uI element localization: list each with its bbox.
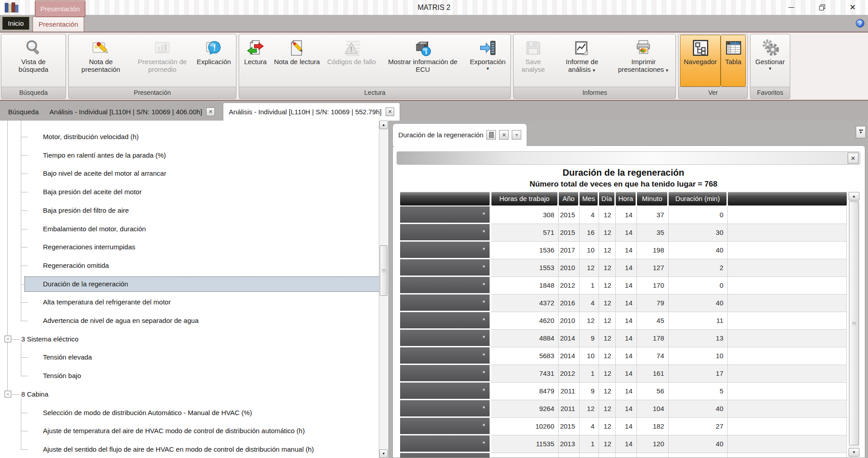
table-row[interactable]: *488420149121417813 — [400, 330, 847, 347]
table-cell: 2014 — [559, 347, 580, 365]
tree-item[interactable]: Bajo nivel de aceite del motor al arranc… — [43, 169, 166, 178]
ribbon-group-ver: NavegadorTablaVer — [678, 34, 747, 99]
row-header-cell: * — [400, 242, 490, 258]
lectura-button[interactable]: Lectura — [241, 35, 270, 87]
table-row[interactable]: *8479201191214565 — [400, 383, 847, 400]
scroll-up-button[interactable]: ▲ — [849, 192, 859, 201]
tree-scrollbar[interactable]: ▲ ▼ — [379, 121, 388, 458]
tab-presentacion[interactable]: Presentación — [33, 16, 84, 32]
table-row[interactable]: *1536201710121419840 — [400, 242, 847, 259]
save-analyse-button[interactable]: Save analyse — [515, 35, 551, 87]
table-row[interactable]: *568320141012147410 — [400, 347, 847, 365]
tree-item[interactable]: Tensión elevada — [43, 353, 92, 362]
presentacion-de-promedio-button[interactable]: Presentación de promedio — [132, 35, 193, 87]
table-row[interactable]: *1026020154121418227 — [400, 418, 847, 435]
ribbon: Vista de búsquedaBúsquedaNota de present… — [0, 32, 868, 101]
tabla-button[interactable]: Tabla — [721, 35, 746, 87]
tree-item[interactable]: Advertencia de nivel de agua en separado… — [43, 316, 198, 325]
tree-item[interactable]: Tiempo en ralentí antes de la parada (%) — [43, 151, 166, 160]
nota-de-presentacion-button[interactable]: Nota de presentación — [70, 35, 132, 87]
tree-item[interactable]: Ajuste de temperatura del aire de HVAC m… — [43, 426, 305, 435]
close-presentation-button[interactable]: ✕ — [499, 130, 509, 140]
tab-inicio[interactable]: Inicio — [2, 16, 30, 30]
navegador-button[interactable]: Navegador — [680, 35, 720, 87]
scroll-up-button[interactable]: ▲ — [379, 121, 388, 129]
chevron-down-icon: ▼ — [859, 131, 863, 135]
nota-de-lectura-button[interactable]: Nota de lectura — [270, 35, 324, 87]
scrollbar-thumb[interactable] — [380, 245, 387, 296]
close-tab-icon[interactable]: ✕ — [386, 107, 394, 116]
tree-expander-icon[interactable]: − — [5, 391, 11, 397]
tree-expander-icon[interactable]: − — [5, 336, 11, 342]
table-cell: 12 — [580, 312, 599, 330]
scrollbar-thumb[interactable] — [849, 201, 859, 445]
table-cell: 12 — [599, 294, 616, 312]
help-icon[interactable]: ? — [856, 19, 864, 28]
document-tab-analisis-individ[interactable]: Análisis - Individual [L110H | S/N: 1006… — [44, 103, 221, 121]
tree-item[interactable]: Regeneraciones interrumpidas — [43, 243, 135, 252]
panel-close-button[interactable]: ✕ — [848, 153, 859, 164]
ribbon-button-label: Imprimir presentaciones ▼ — [616, 58, 670, 74]
panel-menu-button[interactable]: ▼ — [856, 126, 866, 138]
row-header-cell: * — [400, 277, 490, 293]
table-row[interactable]: *308201541214370 — [400, 206, 847, 224]
table-row[interactable]: *462020101212144511 — [400, 312, 847, 330]
tree-item[interactable]: Motor, distribución velocidad (h) — [43, 132, 139, 141]
document-tab-analisis-individ[interactable]: Análisis - Individual [L110H | S/N: 1006… — [223, 103, 400, 121]
table-cell — [728, 365, 847, 383]
tree-item[interactable]: Baja presión del aceite del motor — [43, 187, 142, 196]
ribbon-tab-row: Inicio Presentación ? — [0, 15, 868, 32]
tree-connector-line — [21, 343, 21, 376]
tree-item[interactable]: Regeneración omitida — [43, 261, 109, 270]
tree-item[interactable]: Alta temperatura del refrigerante del mo… — [43, 298, 171, 307]
table-row[interactable]: *1153520131121412040 — [400, 435, 847, 453]
table-cell: 16 — [580, 224, 599, 242]
table-scrollbar[interactable]: ▲ ▼ — [849, 192, 859, 457]
table-row[interactable]: *43722016412147940 — [400, 294, 847, 312]
table-cell: 12 — [599, 206, 616, 224]
tree-item[interactable]: Baja presión del filtro de aire — [43, 206, 129, 215]
table-cell: 0 — [669, 206, 728, 224]
restore-button[interactable] — [807, 0, 837, 15]
explicacion-button[interactable]: !Explicación — [193, 35, 235, 87]
column-header-duracion-min: Duración (min) — [669, 192, 726, 206]
vista-de-busqueda-button[interactable]: Vista de búsqueda — [3, 35, 64, 87]
tree-item[interactable]: 8 Cabina — [21, 390, 48, 399]
tree-connector-tick — [21, 229, 28, 229]
minimize-button[interactable] — [776, 0, 807, 15]
table-cell: 56 — [637, 383, 669, 400]
ribbon-button-label: Tabla — [725, 58, 741, 66]
table-row[interactable]: *57120151612143530 — [400, 224, 847, 242]
tree-item[interactable]: Ajuste del sentido del flujo de aire de … — [43, 445, 314, 454]
scroll-down-button[interactable]: ▼ — [379, 449, 388, 458]
close-tab-icon[interactable]: ✕ — [206, 107, 215, 116]
table-cell: 8479 — [491, 383, 559, 400]
add-presentation-button[interactable]: + — [512, 130, 521, 140]
table-row[interactable]: *743120121121416117 — [400, 365, 847, 383]
tree-item[interactable]: Tensión bajo — [43, 371, 81, 380]
mostrar-informacion-de-ecu-button[interactable]: ECUiMostrar información de ECU — [379, 35, 466, 87]
ribbon-group-lectura: LecturaNota de lectura100110001001010100… — [239, 34, 511, 99]
table-row[interactable]: *18482012112141700 — [400, 277, 847, 294]
table-row[interactable]: *155320101212141272 — [400, 259, 847, 277]
table-row[interactable]: *9264201112121410440 — [400, 400, 847, 418]
table-cell: 14 — [616, 418, 637, 435]
tree-item[interactable]: Embalamiento del motor, duración — [43, 224, 146, 234]
gestionar-button[interactable]: Gestionar▼ — [752, 35, 788, 87]
imprimir-presentaciones-button[interactable]: Imprimir presentaciones ▼ — [613, 35, 674, 87]
tree-item[interactable]: 3 Sistema eléctrico — [21, 335, 79, 344]
table-cell: 12 — [599, 330, 616, 347]
informe-de-analisis-button[interactable]: Informe de análisis ▼ — [551, 35, 613, 87]
scroll-down-button[interactable]: ▼ — [849, 448, 859, 457]
panel-header-bar — [396, 151, 860, 165]
dropdown-arrow-icon: ▼ — [664, 68, 669, 73]
tree-item[interactable]: Selección de modo de distribución Automá… — [43, 408, 252, 417]
exportacion-button[interactable]: Exportación▼ — [466, 35, 509, 87]
ribbon-button-label: Vista de búsqueda — [6, 58, 61, 74]
close-button[interactable]: ✕ — [837, 0, 868, 15]
tree-item[interactable]: Duración de la regeneración — [43, 280, 128, 289]
float-window-button[interactable] — [486, 130, 496, 140]
presentation-inner-tab[interactable]: Duración de la regeneración ✕ + — [392, 123, 527, 146]
document-tab-busqueda[interactable]: Búsqueda — [3, 103, 44, 121]
codigos-de-fallo-button[interactable]: 1001100010010101001011001010010110110101… — [324, 35, 380, 87]
